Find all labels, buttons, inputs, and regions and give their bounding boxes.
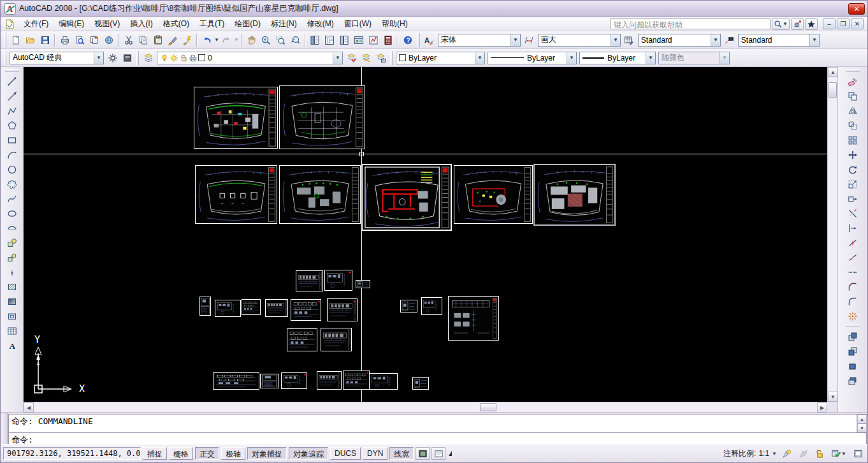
drawing-sheet-detail-c[interactable]	[287, 328, 317, 351]
command-scrollbar[interactable]: ▲ ▼	[857, 415, 866, 432]
spline-button[interactable]	[4, 191, 19, 206]
drawing-sheet-detail-big[interactable]	[448, 296, 499, 341]
toolbar-grip[interactable]	[5, 70, 19, 72]
drawing-sheet-tiny[interactable]	[356, 280, 370, 288]
circle-button[interactable]	[4, 162, 19, 177]
autoscale-icon[interactable]	[796, 447, 810, 460]
scroll-down-button[interactable]: ▼	[828, 392, 838, 402]
menu-窗口W[interactable]: 窗口(W)	[339, 18, 377, 29]
toggle-DYN[interactable]: DYN	[363, 447, 387, 460]
text-style-icon[interactable]: A	[422, 33, 437, 47]
search-dropdown-arrow[interactable]: ▼	[783, 21, 788, 27]
mdi-close-button[interactable]: ✕	[851, 18, 864, 29]
drawing-sheet-detail-b[interactable]	[215, 300, 241, 317]
redo-button[interactable]	[219, 33, 234, 47]
horizontal-scrollbar[interactable]: ◀ ▶	[24, 402, 827, 412]
drawing-sheet-detail-a[interactable]	[327, 298, 358, 321]
menu-帮助H[interactable]: 帮助(H)	[377, 18, 413, 29]
drawing-sheet-tiny2[interactable]	[260, 374, 279, 388]
cut-button[interactable]	[121, 33, 136, 47]
point-button[interactable]	[4, 265, 19, 279]
open-file-button[interactable]	[23, 33, 38, 47]
color-dropdown[interactable]: ByLayer▼	[396, 52, 485, 64]
close-button[interactable]: ✕	[848, 3, 865, 15]
toolbar-grip[interactable]	[4, 51, 6, 65]
favorites-star-icon[interactable]	[805, 18, 818, 30]
extend-button[interactable]	[846, 221, 860, 235]
annotation-scale-value[interactable]: 1:1	[758, 449, 769, 458]
toggle-对象追踪[interactable]: 对象追踪	[289, 447, 328, 460]
break-button[interactable]	[846, 250, 860, 265]
vertical-scrollbar[interactable]: ▲ ▼	[827, 67, 837, 402]
mdi-minimize-button[interactable]: –	[823, 18, 835, 29]
paste-button[interactable]	[150, 33, 165, 47]
drawing-sheet-detail-b[interactable]	[281, 372, 307, 389]
scale-button[interactable]	[846, 177, 860, 191]
drawing-sheet-detail-a[interactable]	[296, 270, 323, 291]
help-search-input[interactable]: 键入问题以获取帮助	[610, 18, 770, 29]
menu-编辑E[interactable]: 编辑(E)	[54, 18, 89, 29]
workspace-dropdown[interactable]: AutoCAD 经典▼	[10, 52, 104, 64]
bring-to-front-button[interactable]	[846, 329, 860, 344]
insert-block-button[interactable]	[4, 235, 19, 250]
drawing-sheet-plan-b[interactable]	[279, 85, 365, 149]
drawing-sheet-plan-gray[interactable]	[533, 164, 616, 226]
polyline-button[interactable]	[4, 103, 19, 118]
drawing-sheet-plan-detail[interactable]	[279, 165, 361, 224]
table-button[interactable]	[4, 323, 19, 338]
designcenter-button[interactable]	[322, 33, 337, 47]
menu-格式O[interactable]: 格式(O)	[158, 18, 194, 29]
match-properties-button[interactable]	[165, 33, 180, 47]
drawing-sheet-detail-c[interactable]	[242, 299, 261, 315]
toggle-线宽[interactable]: 线宽	[389, 447, 414, 460]
toolbar-grip[interactable]	[846, 325, 860, 327]
pan-realtime-button[interactable]	[244, 33, 259, 47]
drawing-sheet-tiny[interactable]	[400, 300, 417, 312]
drawing-sheet-detail-b[interactable]	[369, 373, 398, 390]
make-block-button[interactable]	[4, 250, 19, 265]
make-layer-current-icon[interactable]	[344, 50, 359, 65]
toggle-极轴[interactable]: 极轴	[221, 447, 245, 460]
match-prop-painter-button[interactable]	[180, 33, 194, 47]
table-style-icon[interactable]	[622, 33, 637, 47]
toolbar-grip[interactable]	[390, 51, 393, 65]
toggle-DUCS[interactable]: DUCS	[330, 447, 361, 460]
toolbar-lock-icon[interactable]	[813, 447, 827, 460]
stretch-button[interactable]	[846, 191, 860, 206]
send-to-back-button[interactable]	[846, 344, 860, 358]
drawing-sheet-plan-red[interactable]	[361, 164, 452, 231]
ellipse-arc-button[interactable]	[4, 221, 19, 235]
toggle-对象捕捉[interactable]: 对象捕捉	[247, 447, 287, 460]
toolbar-grip[interactable]	[136, 51, 139, 65]
undo-button[interactable]	[199, 33, 214, 47]
markup-manager-button[interactable]	[366, 33, 381, 47]
save-file-button[interactable]	[38, 33, 52, 47]
region-button[interactable]	[4, 309, 19, 323]
zoom-previous-button[interactable]	[288, 33, 303, 47]
mdi-restore-button[interactable]: ❐	[837, 18, 850, 29]
menu-工具T[interactable]: 工具(T)	[194, 18, 229, 29]
horizontal-scroll-thumb[interactable]	[480, 403, 496, 411]
zoom-window-button[interactable]	[273, 33, 288, 47]
erase-button[interactable]	[846, 74, 860, 89]
help-button[interactable]: ?	[401, 33, 416, 47]
drawing-sheet-detail-c[interactable]	[343, 371, 370, 390]
offset-button[interactable]	[846, 118, 860, 133]
layout-button[interactable]	[431, 447, 445, 460]
break-at-point-button[interactable]	[846, 235, 860, 250]
drawing-sheet-detail-a[interactable]	[265, 299, 288, 317]
drawing-sheet-tiny[interactable]	[412, 377, 429, 390]
toggle-捕捉[interactable]: 捕捉	[143, 447, 167, 460]
fillet-button[interactable]	[846, 294, 860, 309]
menu-插入I[interactable]: 插入(I)	[125, 18, 157, 29]
explode-button[interactable]	[846, 309, 860, 323]
status-bar-menu-arrow[interactable]	[449, 451, 452, 456]
rectangle-button[interactable]	[4, 133, 19, 147]
dimension-style-dropdown[interactable]: 画大▼	[538, 34, 621, 47]
bring-above-button[interactable]	[846, 358, 860, 373]
command-scroll-up[interactable]: ▲	[857, 415, 867, 423]
drawing-sheet-detail-b[interactable]	[324, 270, 352, 291]
dimension-style-icon[interactable]	[522, 33, 537, 47]
menu-视图V[interactable]: 视图(V)	[89, 18, 125, 29]
toolbar-grip[interactable]	[846, 70, 860, 72]
